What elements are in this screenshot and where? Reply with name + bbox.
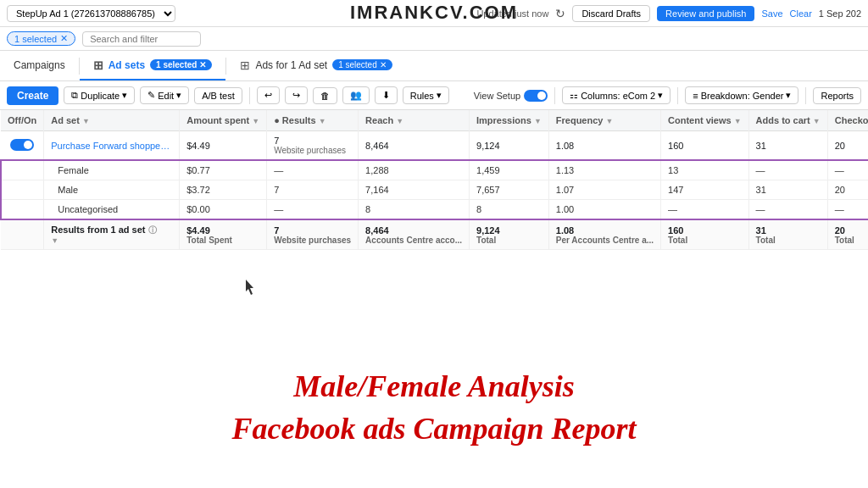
campaign-select[interactable]: StepUp Ad 1 (272613708886785)	[7, 5, 175, 22]
tab-ads[interactable]: ⊞ Ads for 1 Ad set 1 selected ✕	[226, 52, 405, 80]
refresh-button[interactable]: ↻	[555, 7, 565, 20]
total-amount: $4.49 Total Spent	[180, 219, 267, 250]
top-bar-left: StepUp Ad 1 (272613708886785)	[7, 5, 175, 22]
toggle-on[interactable]	[10, 139, 34, 151]
adsets-badge-close[interactable]: ✕	[199, 60, 206, 69]
delete-button[interactable]: 🗑	[313, 87, 337, 104]
top-bar: StepUp Ad 1 (272613708886785) Updated ju…	[0, 0, 868, 27]
adsets-selected-badge[interactable]: 1 selected ✕	[7, 31, 75, 46]
duplicate-label: Duplicate	[81, 91, 120, 101]
adsets-label: Ad sets	[108, 59, 145, 71]
ab-test-button[interactable]: A/B test	[194, 87, 242, 104]
sub-female-reach: 1,288	[359, 160, 470, 180]
tab-campaigns[interactable]: Campaigns	[0, 53, 79, 80]
toolbar: Create ⧉ Duplicate ▾ ✎ Edit ▾ A/B test ↩…	[0, 81, 868, 110]
sub-uncat-reach: 8	[359, 200, 470, 220]
th-content-views[interactable]: Content views ▼	[661, 110, 749, 131]
redo-button[interactable]: ↪	[285, 86, 308, 104]
create-button[interactable]: Create	[7, 86, 58, 105]
sub-male-cart: 31	[748, 180, 827, 200]
th-adset[interactable]: Ad set ▼	[44, 110, 180, 131]
toggle-cell[interactable]	[1, 131, 44, 161]
results-cell: 7 Website purchases	[267, 131, 359, 161]
ads-for-label: Ads for 1 Ad set	[255, 59, 327, 71]
content-views-cell: 160	[661, 131, 749, 161]
edit-label: Edit	[158, 91, 174, 101]
th-results[interactable]: ● Results ▼	[267, 110, 359, 131]
view-setup-label: View Setup	[474, 91, 520, 101]
people-button[interactable]: 👥	[342, 86, 370, 104]
reports-button[interactable]: Reports	[813, 87, 861, 104]
total-row: Results from 1 ad set ⓘ ▼ $4.49 Total Sp…	[1, 219, 868, 250]
th-checkouts[interactable]: Checkouts initiated ▼	[827, 110, 868, 131]
ads-badge: 1 selected ✕	[332, 59, 392, 70]
total-content: 160 Total	[661, 219, 749, 250]
sub-uncat-frequency: 1.00	[548, 200, 660, 220]
breakdown-icon: ≡	[693, 91, 698, 101]
sub-male-results: 7	[267, 180, 359, 200]
amount-cell: $4.49	[180, 131, 267, 161]
sub-male-checkouts: 20	[827, 180, 868, 200]
rules-button[interactable]: Rules ▾	[403, 86, 449, 104]
save-button[interactable]: Save	[761, 8, 782, 19]
view-setup: View Setup	[474, 90, 548, 102]
sub-uncat-cart: —	[748, 200, 827, 220]
breakdown-label: Breakdown: Gender	[701, 91, 784, 101]
rules-label: Rules	[410, 91, 434, 101]
tab-adsets[interactable]: ⊞ Ad sets 1 selected ✕	[80, 52, 226, 80]
ad-name-cell[interactable]: Purchase Forward shoppers Both 22-54 Sal…	[44, 131, 180, 161]
sub-uncat-content: —	[661, 200, 749, 220]
table-row: Purchase Forward shoppers Both 22-54 Sal…	[1, 131, 868, 161]
impressions-cell: 9,124	[470, 131, 549, 161]
breakdown-button[interactable]: ≡ Breakdown: Gender ▾	[685, 86, 798, 104]
table-row: Female $0.77 — 1,288 1,459 1.13 13 — — —	[1, 160, 868, 180]
discard-drafts-button[interactable]: Discard Drafts	[572, 5, 650, 22]
total-label: Results from 1 ad set ⓘ ▼	[44, 219, 180, 250]
ads-badge-close[interactable]: ✕	[380, 60, 387, 69]
columns-label: Columns: eCom 2	[581, 91, 655, 101]
th-reach[interactable]: Reach ▼	[359, 110, 470, 131]
sub-toggle-cell	[1, 180, 44, 200]
th-adds-to-cart[interactable]: Adds to cart ▼	[748, 110, 827, 131]
info-icon[interactable]: ⓘ	[148, 225, 157, 235]
sub-female-results: —	[267, 160, 359, 180]
total-cart: 31 Total	[748, 219, 827, 250]
sub-male-label: Male	[44, 180, 180, 200]
sub-uncat-amount: $0.00	[180, 200, 267, 220]
bottom-overlay: Male/Female Analysis Facebook ads Campai…	[0, 327, 868, 488]
table-header-row: Off/On Ad set ▼ Amount spent ▼ ● Results…	[1, 110, 868, 131]
view-setup-toggle[interactable]	[524, 90, 548, 102]
sub-male-frequency: 1.07	[548, 180, 660, 200]
export-button[interactable]: ⬇	[375, 86, 398, 104]
total-results: 7 Website purchases	[267, 219, 359, 250]
table-row: Uncategorised $0.00 — 8 8 1.00 — — — —	[1, 200, 868, 220]
date-label: 1 Sep 202	[819, 8, 861, 19]
duplicate-button[interactable]: ⧉ Duplicate ▾	[64, 86, 135, 104]
overlay-title-1: Male/Female Analysis	[293, 369, 575, 404]
edit-chevron: ▾	[176, 90, 181, 101]
search-filter-input[interactable]	[82, 31, 201, 47]
columns-button[interactable]: ⚏ Columns: eCom 2 ▾	[562, 86, 670, 104]
edit-icon: ✎	[147, 90, 155, 101]
toolbar-separator-2	[554, 87, 555, 104]
sub-female-impressions: 1,459	[470, 160, 549, 180]
sub-male-impressions: 7,657	[470, 180, 549, 200]
sub-female-content: 13	[661, 160, 749, 180]
campaigns-label: Campaigns	[14, 59, 65, 71]
close-selection-icon[interactable]: ✕	[60, 33, 68, 44]
toolbar-separator-4	[805, 87, 806, 104]
rules-chevron: ▾	[437, 90, 442, 101]
toolbar-right: View Setup ⚏ Columns: eCom 2 ▾ ≡ Breakdo…	[474, 86, 861, 104]
reach-cell: 8,464	[359, 131, 470, 161]
review-publish-button[interactable]: Review and publish	[657, 6, 754, 21]
th-frequency[interactable]: Frequency ▼	[548, 110, 660, 131]
sub-male-content: 147	[661, 180, 749, 200]
total-checkouts: 20 Total	[827, 219, 868, 250]
clear-button[interactable]: Clear	[790, 8, 812, 19]
undo-button[interactable]: ↩	[257, 86, 280, 104]
edit-button[interactable]: ✎ Edit ▾	[140, 86, 189, 104]
toolbar-separator-3	[677, 87, 678, 104]
duplicate-icon: ⧉	[71, 90, 78, 101]
th-amount[interactable]: Amount spent ▼	[180, 110, 267, 131]
th-impressions[interactable]: Impressions ▼	[470, 110, 549, 131]
